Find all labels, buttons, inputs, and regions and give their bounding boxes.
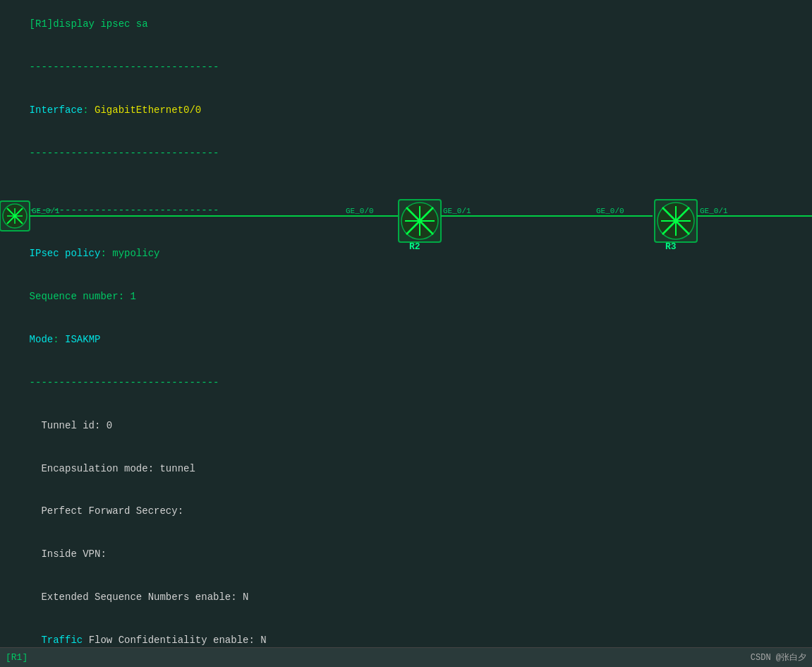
interface-line: Interface: GigabitEthernet0/0 xyxy=(0,89,812,132)
mode-label: Mode xyxy=(30,334,54,345)
inside-vpn-line: Inside VPN: xyxy=(0,533,812,576)
terminal: [R1]display ipsec sa -------------------… xyxy=(0,0,812,667)
command-prompt: [R1]display ipsec sa xyxy=(30,18,148,30)
ipsec-policy-label: IPsec policy xyxy=(30,248,101,259)
ipsec-policy-value: mypolicy xyxy=(112,248,159,259)
separator-1: -------------------------------- xyxy=(0,46,812,89)
bottom-bar: [R1] CSDN @张白夕 xyxy=(0,647,812,667)
separator-4: -------------------------------- xyxy=(0,361,812,404)
sequence-number-line: Sequence number: 1 xyxy=(0,275,812,318)
mode-value: ISAKMP xyxy=(65,334,100,345)
traffic-label: Traffic xyxy=(30,635,83,646)
command-line: [R1]display ipsec sa xyxy=(0,3,812,46)
mode-line: Mode: ISAKMP xyxy=(0,318,812,361)
watermark: CSDN @张白夕 xyxy=(751,651,806,663)
extended-seq-line: Extended Sequence Numbers enable: N xyxy=(0,576,812,619)
separator-2: -------------------------------- xyxy=(0,132,812,175)
sequence-number: Sequence number: 1 xyxy=(30,291,136,302)
pfs-line: Perfect Forward Secrecy: xyxy=(0,490,812,533)
ipsec-policy-line: IPsec policy: mypolicy xyxy=(0,232,812,275)
interface-label: Interface xyxy=(30,104,83,116)
separator-3: -------------------------------- xyxy=(0,189,812,232)
encap-mode-line: Encapsulation mode: tunnel xyxy=(0,447,812,490)
interface-colon: : xyxy=(83,104,95,116)
bottom-prompt: [R1] xyxy=(6,652,28,663)
interface-value: GigabitEthernet0/0 xyxy=(95,104,201,116)
tunnel-id-line: Tunnel id: 0 xyxy=(0,404,812,447)
